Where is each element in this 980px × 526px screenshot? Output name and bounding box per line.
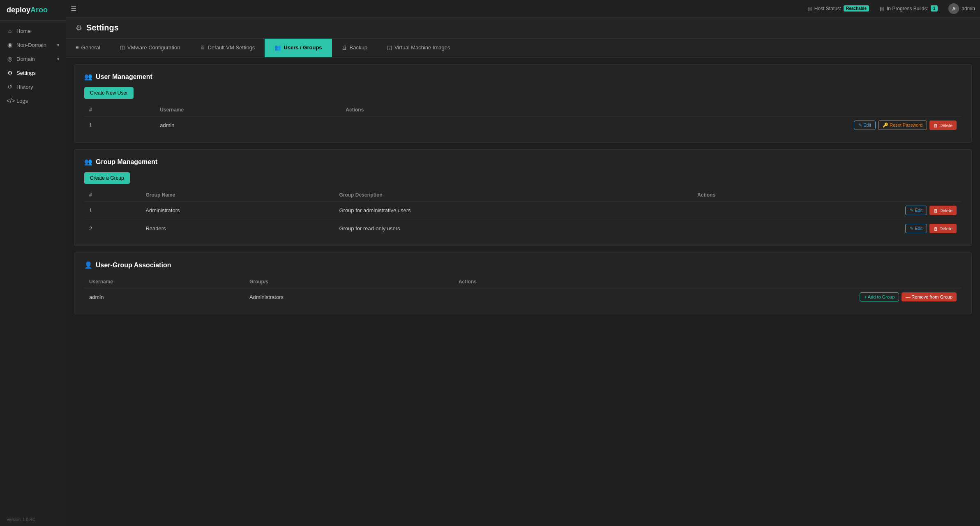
users-table: # Username Actions 1 admin ✎ Edit 🔑 Rese… bbox=[84, 104, 962, 134]
vm-images-tab-icon: ◱ bbox=[387, 44, 392, 51]
main-wrapper: ☰ ▤ Host Status: Reachable ▤ In Progress… bbox=[66, 0, 980, 526]
chevron-down-icon: ▾ bbox=[57, 57, 59, 61]
action-buttons: + Add to Group — Remove from Group bbox=[459, 292, 957, 301]
col-header-actions: Actions bbox=[341, 104, 962, 116]
assoc-username: admin bbox=[84, 288, 244, 306]
user-management-title: 👥 User Management bbox=[84, 73, 962, 81]
action-buttons: ✎ Edit 🗑 Delete bbox=[697, 206, 957, 215]
table-row: admin Administrators + Add to Group — Re… bbox=[84, 288, 962, 306]
tab-users-groups[interactable]: 👥 Users / Groups bbox=[265, 39, 332, 57]
tab-vm-images[interactable]: ◱ Virtual Machine Images bbox=[377, 39, 460, 57]
tab-label: Virtual Machine Images bbox=[394, 44, 450, 51]
settings-icon: ⚙ bbox=[7, 70, 13, 76]
logo-accent: Aroo bbox=[30, 6, 48, 14]
edit-group-button[interactable]: ✎ Edit bbox=[905, 206, 927, 215]
sidebar-item-label: Logs bbox=[16, 98, 28, 104]
backup-tab-icon: 🖨 bbox=[342, 44, 347, 51]
table-row: 1 admin ✎ Edit 🔑 Reset Password 🗑 Delete bbox=[84, 116, 962, 134]
edit-user-button[interactable]: ✎ Edit bbox=[854, 120, 876, 130]
group-actions: ✎ Edit 🗑 Delete bbox=[692, 220, 962, 238]
settings-page-icon: ⚙ bbox=[76, 23, 82, 32]
col-header-actions: Actions bbox=[692, 189, 962, 202]
general-tab-icon: ≡ bbox=[76, 44, 79, 51]
tab-default-vm[interactable]: 🖥 Default VM Settings bbox=[190, 39, 265, 57]
sidebar-item-settings[interactable]: ⚙ Settings bbox=[0, 66, 66, 80]
group-name: Administrators bbox=[141, 202, 334, 220]
group-actions: ✎ Edit 🗑 Delete bbox=[692, 202, 962, 220]
sidebar-item-home[interactable]: ⌂ Home bbox=[0, 24, 66, 38]
col-header-num: # bbox=[84, 189, 141, 202]
association-table: Username Group/s Actions admin Administr… bbox=[84, 276, 962, 306]
create-new-user-button[interactable]: Create New User bbox=[84, 87, 134, 99]
tab-vmware[interactable]: ◫ VMware Configuration bbox=[110, 39, 190, 57]
sidebar-item-domain[interactable]: ◎ Domain ▾ bbox=[0, 52, 66, 66]
page-title: Settings bbox=[86, 23, 119, 32]
group-description: Group for read-only users bbox=[334, 220, 692, 238]
builds-icon: ▤ bbox=[880, 6, 884, 12]
col-header-username: Username bbox=[84, 276, 244, 288]
tab-backup[interactable]: 🖨 Backup bbox=[332, 39, 377, 57]
user-username: admin bbox=[155, 116, 341, 134]
group-description: Group for administrative users bbox=[334, 202, 692, 220]
sidebar-item-nondomain[interactable]: ◉ Non-Domain ▾ bbox=[0, 38, 66, 52]
user-group-association-section: 👤 User-Group Association Username Group/… bbox=[74, 253, 972, 314]
nondomain-icon: ◉ bbox=[7, 42, 13, 48]
col-header-groups: Group/s bbox=[244, 276, 454, 288]
logo: deployAroo bbox=[0, 0, 66, 21]
admin-user: A admin bbox=[948, 3, 975, 14]
create-group-button[interactable]: Create a Group bbox=[84, 172, 130, 184]
group-id: 1 bbox=[84, 202, 141, 220]
host-status: ▤ Host Status: Reachable bbox=[807, 5, 869, 12]
delete-group-button[interactable]: 🗑 Delete bbox=[929, 206, 957, 215]
builds-label: In Progress Builds: bbox=[887, 6, 928, 12]
tab-general[interactable]: ≡ General bbox=[66, 39, 110, 57]
delete-group-button[interactable]: 🗑 Delete bbox=[929, 224, 957, 233]
admin-label: admin bbox=[962, 6, 975, 12]
avatar: A bbox=[948, 3, 959, 14]
table-row: 2 Readers Group for read-only users ✎ Ed… bbox=[84, 220, 962, 238]
sidebar-item-label: Domain bbox=[16, 56, 35, 62]
user-management-section: 👥 User Management Create New User # User… bbox=[74, 64, 972, 143]
user-group-assoc-title: 👤 User-Group Association bbox=[84, 261, 962, 269]
action-buttons: ✎ Edit 🔑 Reset Password 🗑 Delete bbox=[346, 120, 957, 130]
sidebar-item-history[interactable]: ↺ History bbox=[0, 80, 66, 94]
col-header-username: Username bbox=[155, 104, 341, 116]
user-actions: ✎ Edit 🔑 Reset Password 🗑 Delete bbox=[341, 116, 962, 134]
vmware-tab-icon: ◫ bbox=[120, 44, 125, 51]
sidebar: deployAroo ⌂ Home ◉ Non-Domain ▾ ◎ Domai… bbox=[0, 0, 66, 526]
page-header: ⚙ Settings bbox=[66, 17, 980, 39]
group-mgmt-icon: 👥 bbox=[84, 158, 92, 166]
assoc-actions: + Add to Group — Remove from Group bbox=[454, 288, 962, 306]
col-header-group-name: Group Name bbox=[141, 189, 334, 202]
user-mgmt-icon: 👥 bbox=[84, 73, 92, 81]
assoc-icon: 👤 bbox=[84, 261, 92, 269]
reachable-badge: Reachable bbox=[844, 5, 869, 12]
tab-label: VMware Configuration bbox=[127, 44, 180, 51]
tab-label: Backup bbox=[350, 44, 367, 51]
tab-label: Users / Groups bbox=[284, 44, 322, 51]
sidebar-item-logs[interactable]: </> Logs bbox=[0, 94, 66, 108]
user-id: 1 bbox=[84, 116, 155, 134]
history-icon: ↺ bbox=[7, 83, 13, 90]
version-label: Version: 1.0.RC bbox=[0, 513, 66, 526]
assoc-groups: Administrators bbox=[244, 288, 454, 306]
sidebar-item-label: History bbox=[16, 84, 33, 90]
edit-group-button[interactable]: ✎ Edit bbox=[905, 224, 927, 233]
group-management-title: 👥 Group Management bbox=[84, 158, 962, 166]
reset-password-button[interactable]: 🔑 Reset Password bbox=[878, 120, 927, 130]
group-id: 2 bbox=[84, 220, 141, 238]
chevron-down-icon: ▾ bbox=[57, 43, 59, 47]
table-row: 1 Administrators Group for administrativ… bbox=[84, 202, 962, 220]
menu-icon[interactable]: ☰ bbox=[71, 5, 76, 12]
host-status-icon: ▤ bbox=[807, 6, 812, 12]
builds-count-badge: 1 bbox=[931, 5, 938, 12]
group-management-section: 👥 Group Management Create a Group # Grou… bbox=[74, 149, 972, 246]
add-to-group-button[interactable]: + Add to Group bbox=[860, 292, 899, 301]
delete-user-button[interactable]: 🗑 Delete bbox=[929, 120, 957, 130]
host-status-label: Host Status: bbox=[814, 6, 841, 12]
logs-icon: </> bbox=[7, 97, 13, 104]
remove-from-group-button[interactable]: — Remove from Group bbox=[902, 292, 957, 301]
vm-tab-icon: 🖥 bbox=[200, 44, 205, 51]
topbar: ☰ ▤ Host Status: Reachable ▤ In Progress… bbox=[66, 0, 980, 17]
col-header-actions: Actions bbox=[454, 276, 962, 288]
